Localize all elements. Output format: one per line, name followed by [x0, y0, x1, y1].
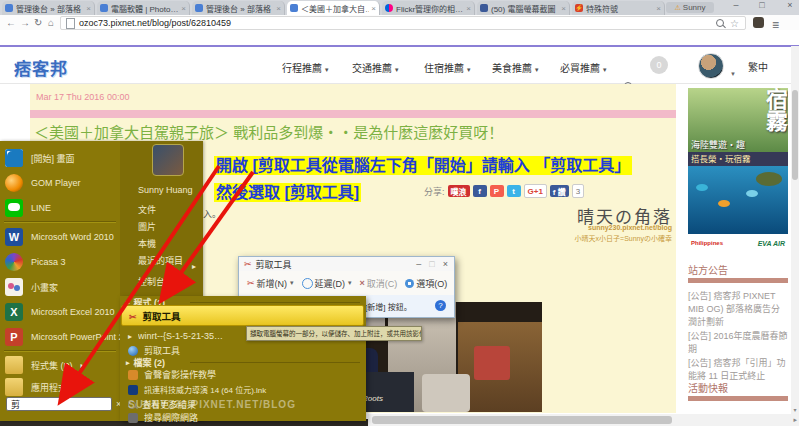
start-menu-item-excel[interactable]: Microsoft Excel 2010 [5, 301, 115, 323]
tab-close-icon[interactable] [371, 4, 376, 13]
result-search-internet[interactable]: 搜尋網際網路 [128, 411, 198, 424]
snip-cancel-button[interactable]: 取消(C) [360, 277, 398, 290]
flickr-favicon [385, 4, 393, 12]
tab-close-icon[interactable] [561, 4, 566, 13]
snip-maximize-button[interactable] [429, 259, 434, 269]
start-menu-item-apps[interactable]: 應用程式 [5, 376, 83, 398]
share-plurk-button[interactable]: 噗浪 [448, 185, 470, 197]
start-menu-item-line[interactable]: LINE [5, 197, 51, 219]
snip-options-button[interactable]: 選項(O) [405, 277, 447, 290]
tab-admin-2[interactable]: 管理後台 » 部落格 [192, 1, 285, 15]
start-menu-controlpanel-link[interactable]: 控制台(C) [138, 275, 178, 288]
language-selector[interactable]: 繁中 [748, 59, 768, 74]
tab-close-icon[interactable] [86, 4, 91, 13]
announcement-list: [公告] 痞客邦 PIXNET MIB OG) 部落格廣告分潤計劃新 [公告] … [688, 290, 788, 384]
tab-symbols[interactable]: 特殊符號 [572, 1, 665, 15]
scroll-down-icon[interactable] [791, 406, 799, 413]
share-twitter-button[interactable]: t [507, 185, 521, 197]
snip-new-button[interactable]: 新增(N) [247, 277, 294, 290]
notification-badge[interactable]: 0 [650, 56, 668, 74]
announcement-link[interactable]: [公告] 2016年度農曆春節期 [688, 330, 788, 356]
divider [190, 362, 360, 363]
sidebar-ad[interactable]: 宿霧 海陸雙遊‧趣 搭長榮‧玩宿霧 Philippines EVA AIR [688, 88, 788, 252]
help-icon[interactable] [435, 300, 446, 311]
zoom-icon[interactable] [716, 19, 724, 27]
start-menu-item-picasa[interactable]: Picasa 3 [5, 251, 66, 273]
instruction-line-1: 開啟 [剪取工具從電腦左下角「開始」請輸入 「剪取工具」 [214, 152, 632, 176]
bookmark-star-icon[interactable] [730, 18, 739, 29]
browser-profile-button[interactable]: Sunny [666, 2, 714, 13]
tab-admin-1[interactable]: 管理後台 » 部落格 [2, 1, 95, 15]
powerpoint-icon [5, 328, 23, 346]
tab-close-icon[interactable] [276, 4, 281, 13]
vertical-scrollbar-thumb[interactable] [792, 90, 798, 180]
announcement-link[interactable]: [公告] 痞客邦 PIXNET MIB OG) 部落格廣告分潤計劃新 [688, 290, 788, 329]
tab-current-post[interactable]: ＜美國＋加拿大自… [287, 1, 380, 15]
start-menu-item-word[interactable]: Microsoft Word 2010 [5, 226, 114, 248]
reload-icon[interactable] [34, 16, 42, 29]
snip-close-button[interactable] [443, 259, 448, 269]
tab-close-icon[interactable] [656, 4, 661, 13]
vertical-scrollbar[interactable] [791, 46, 799, 414]
app-file-icon [128, 385, 138, 395]
nav-shopping[interactable]: 必買推薦 [560, 60, 608, 75]
forward-icon[interactable] [20, 16, 30, 29]
share-facebook-button[interactable]: f [473, 185, 487, 197]
divider [190, 302, 360, 303]
tab-flickr[interactable]: Flickr管理你的相… [382, 1, 475, 15]
menu-icon[interactable] [772, 15, 779, 33]
result-file-tutorial[interactable]: 會聲會影操作教學 [128, 368, 216, 381]
snip-minimize-button[interactable] [416, 259, 421, 269]
horizontal-scrollbar[interactable] [368, 414, 799, 426]
start-menu-search-input[interactable]: 剪 [6, 397, 112, 411]
nav-itinerary[interactable]: 行程推薦 [282, 60, 330, 75]
start-menu-item-programs[interactable]: 程式集 (P) [5, 354, 89, 376]
tab-label: Flickr管理你的相… [396, 3, 464, 14]
nav-lodging[interactable]: 住宿推薦 [424, 60, 472, 75]
post-title[interactable]: ＜美國＋加拿大自駕親子旅＞ 戰利品多到爆‧‧是為什麼這麼好買呀！ [34, 121, 664, 142]
account-dropdown-icon[interactable] [730, 62, 736, 80]
start-menu-avatar[interactable] [152, 144, 184, 176]
window-maximize-button[interactable] [752, 0, 772, 10]
horizontal-scrollbar-thumb[interactable] [372, 416, 672, 424]
start-menu-recent-link[interactable]: 最近的項目 [138, 254, 183, 267]
snip-delay-button[interactable]: 延遲(D) [302, 277, 352, 290]
share-googleplus-button[interactable]: G+1 [524, 184, 547, 198]
nav-transport[interactable]: 交通推薦 [352, 60, 400, 75]
tab-close-icon[interactable] [466, 4, 471, 13]
fish-image [746, 190, 758, 197]
result-snipping-tool-selected[interactable]: 剪取工具 [121, 305, 364, 326]
address-bar[interactable]: ozoc73.pixnet.net/blog/post/62810459 [60, 16, 746, 30]
fish-image [718, 200, 730, 207]
result-file-powerdirector[interactable]: 訊連科技威力導演 14 (64 位元).lnk [128, 383, 266, 396]
bolt-favicon [575, 4, 583, 12]
result-winrt[interactable]: winrt--{S-1-5-21-35… [128, 329, 242, 342]
start-menu-item-powerpoint[interactable]: Microsoft PowerPoint 2010 [5, 326, 139, 348]
extension-icon[interactable] [753, 17, 764, 28]
window-close-button[interactable] [780, 0, 799, 10]
home-icon[interactable] [48, 16, 54, 29]
start-menu-item-paint[interactable]: 小畫家 [5, 276, 58, 298]
start-menu-item-start-screen[interactable]: [開始] 畫面 [5, 147, 75, 169]
facebook-favicon [480, 4, 488, 12]
facebook-like-button[interactable]: f 讚 [550, 185, 569, 197]
window-minimize-button[interactable] [726, 0, 746, 10]
tab-software[interactable]: 電腦軟體 | Photo… [97, 1, 190, 15]
start-menu-pictures-link[interactable]: 圖片 [138, 220, 156, 233]
snip-title-bar[interactable]: 剪取工具 [239, 257, 454, 271]
tab-close-icon[interactable] [181, 4, 186, 13]
back-icon[interactable] [6, 16, 16, 29]
start-menu-user-link[interactable]: Sunny Huang [138, 185, 193, 195]
scroll-right-icon[interactable] [793, 414, 797, 426]
start-menu-item-gom[interactable]: GOM Player [5, 172, 81, 194]
share-pinterest-button[interactable]: P [490, 185, 504, 197]
tab-facebook[interactable]: (50) 電腦螢幕截圖 [477, 1, 570, 15]
start-menu-documents-link[interactable]: 文件 [138, 203, 156, 216]
url-text[interactable]: ozoc73.pixnet.net/blog/post/62810459 [79, 18, 231, 28]
partial-text: 入。 [203, 207, 221, 220]
user-avatar[interactable] [698, 53, 724, 79]
pixnet-logo[interactable]: 痞客邦 [14, 55, 68, 80]
nav-food[interactable]: 美食推薦 [492, 60, 540, 75]
snip-window-title: 剪取工具 [256, 258, 292, 271]
start-menu-thispc-link[interactable]: 本機 [138, 237, 156, 250]
